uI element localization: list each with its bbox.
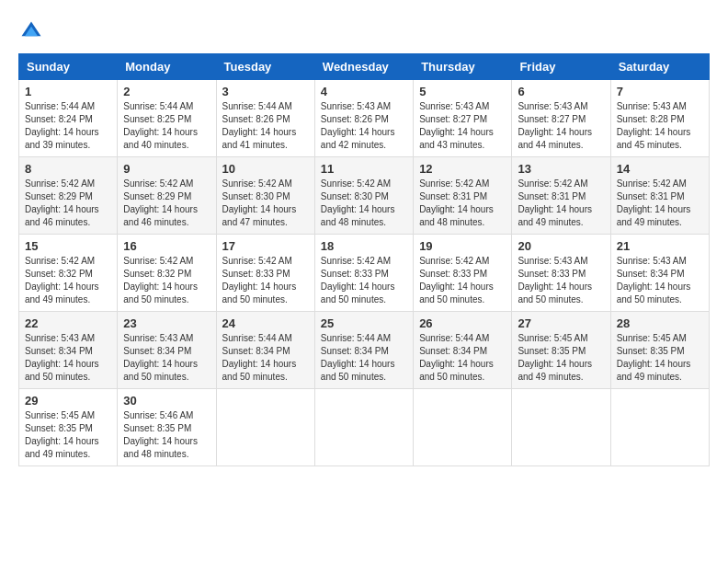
day-info: Sunrise: 5:42 AM Sunset: 8:31 PM Dayligh… bbox=[518, 178, 604, 229]
calendar-cell: 9 Sunrise: 5:42 AM Sunset: 8:29 PM Dayli… bbox=[118, 157, 216, 235]
day-info: Sunrise: 5:42 AM Sunset: 8:32 PM Dayligh… bbox=[25, 255, 111, 306]
day-info: Sunrise: 5:42 AM Sunset: 8:29 PM Dayligh… bbox=[25, 178, 111, 229]
calendar-cell: 11 Sunrise: 5:42 AM Sunset: 8:30 PM Dayl… bbox=[314, 157, 413, 235]
day-info: Sunrise: 5:43 AM Sunset: 8:33 PM Dayligh… bbox=[518, 255, 604, 306]
calendar-cell bbox=[216, 389, 314, 466]
calendar-cell bbox=[314, 389, 413, 466]
day-number: 25 bbox=[321, 316, 407, 330]
day-number: 26 bbox=[419, 316, 506, 330]
calendar-table: SundayMondayTuesdayWednesdayThursdayFrid… bbox=[18, 53, 710, 466]
calendar-cell: 25 Sunrise: 5:44 AM Sunset: 8:34 PM Dayl… bbox=[314, 312, 413, 389]
calendar-week-row: 1 Sunrise: 5:44 AM Sunset: 8:24 PM Dayli… bbox=[19, 80, 710, 157]
calendar-cell: 17 Sunrise: 5:42 AM Sunset: 8:33 PM Dayl… bbox=[216, 235, 314, 312]
day-number: 3 bbox=[222, 85, 309, 98]
day-number: 14 bbox=[617, 162, 703, 176]
day-number: 18 bbox=[321, 239, 407, 253]
day-number: 5 bbox=[419, 85, 506, 98]
calendar-cell: 3 Sunrise: 5:44 AM Sunset: 8:26 PM Dayli… bbox=[216, 80, 314, 157]
calendar-cell: 2 Sunrise: 5:44 AM Sunset: 8:25 PM Dayli… bbox=[118, 80, 216, 157]
page-header bbox=[18, 18, 710, 44]
calendar-cell: 30 Sunrise: 5:46 AM Sunset: 8:35 PM Dayl… bbox=[118, 389, 216, 466]
day-info: Sunrise: 5:42 AM Sunset: 8:33 PM Dayligh… bbox=[419, 255, 506, 306]
day-info: Sunrise: 5:44 AM Sunset: 8:34 PM Dayligh… bbox=[222, 332, 309, 384]
day-number: 20 bbox=[518, 239, 604, 253]
day-number: 8 bbox=[25, 162, 111, 176]
calendar-header-thursday: Thursday bbox=[414, 54, 512, 80]
day-number: 7 bbox=[617, 85, 703, 98]
calendar-cell: 23 Sunrise: 5:43 AM Sunset: 8:34 PM Dayl… bbox=[118, 312, 216, 389]
day-info: Sunrise: 5:44 AM Sunset: 8:26 PM Dayligh… bbox=[222, 100, 309, 152]
calendar-header-wednesday: Wednesday bbox=[314, 54, 413, 80]
day-number: 2 bbox=[123, 85, 210, 98]
calendar-cell: 18 Sunrise: 5:42 AM Sunset: 8:33 PM Dayl… bbox=[314, 235, 413, 312]
day-info: Sunrise: 5:46 AM Sunset: 8:35 PM Dayligh… bbox=[123, 409, 210, 461]
day-info: Sunrise: 5:42 AM Sunset: 8:30 PM Dayligh… bbox=[222, 178, 309, 229]
calendar-week-row: 29 Sunrise: 5:45 AM Sunset: 8:35 PM Dayl… bbox=[19, 389, 710, 466]
day-info: Sunrise: 5:42 AM Sunset: 8:31 PM Dayligh… bbox=[419, 178, 506, 229]
day-number: 16 bbox=[123, 239, 210, 253]
calendar-header-row: SundayMondayTuesdayWednesdayThursdayFrid… bbox=[19, 54, 710, 80]
day-info: Sunrise: 5:43 AM Sunset: 8:34 PM Dayligh… bbox=[25, 332, 111, 384]
calendar-cell: 16 Sunrise: 5:42 AM Sunset: 8:32 PM Dayl… bbox=[118, 235, 216, 312]
calendar-cell: 19 Sunrise: 5:42 AM Sunset: 8:33 PM Dayl… bbox=[414, 235, 512, 312]
logo-icon bbox=[18, 18, 44, 44]
day-info: Sunrise: 5:42 AM Sunset: 8:33 PM Dayligh… bbox=[321, 255, 407, 306]
day-number: 28 bbox=[617, 316, 703, 330]
calendar-week-row: 15 Sunrise: 5:42 AM Sunset: 8:32 PM Dayl… bbox=[19, 235, 710, 312]
calendar-cell: 12 Sunrise: 5:42 AM Sunset: 8:31 PM Dayl… bbox=[414, 157, 512, 235]
day-number: 13 bbox=[518, 162, 604, 176]
day-number: 11 bbox=[321, 162, 407, 176]
day-info: Sunrise: 5:44 AM Sunset: 8:25 PM Dayligh… bbox=[123, 100, 210, 152]
day-info: Sunrise: 5:45 AM Sunset: 8:35 PM Dayligh… bbox=[617, 332, 703, 384]
calendar-cell: 1 Sunrise: 5:44 AM Sunset: 8:24 PM Dayli… bbox=[19, 80, 118, 157]
day-info: Sunrise: 5:44 AM Sunset: 8:34 PM Dayligh… bbox=[321, 332, 407, 384]
day-number: 15 bbox=[25, 239, 111, 253]
calendar-cell bbox=[512, 389, 610, 466]
day-number: 30 bbox=[123, 394, 210, 408]
day-info: Sunrise: 5:45 AM Sunset: 8:35 PM Dayligh… bbox=[518, 332, 604, 384]
calendar-cell: 4 Sunrise: 5:43 AM Sunset: 8:26 PM Dayli… bbox=[314, 80, 413, 157]
calendar-cell: 6 Sunrise: 5:43 AM Sunset: 8:27 PM Dayli… bbox=[512, 80, 610, 157]
day-number: 1 bbox=[25, 85, 111, 98]
day-info: Sunrise: 5:43 AM Sunset: 8:28 PM Dayligh… bbox=[617, 100, 703, 152]
day-number: 24 bbox=[222, 316, 309, 330]
day-number: 29 bbox=[25, 394, 111, 408]
calendar-cell: 13 Sunrise: 5:42 AM Sunset: 8:31 PM Dayl… bbox=[512, 157, 610, 235]
day-number: 27 bbox=[518, 316, 604, 330]
calendar-cell: 14 Sunrise: 5:42 AM Sunset: 8:31 PM Dayl… bbox=[610, 157, 709, 235]
calendar-cell: 20 Sunrise: 5:43 AM Sunset: 8:33 PM Dayl… bbox=[512, 235, 610, 312]
calendar-week-row: 22 Sunrise: 5:43 AM Sunset: 8:34 PM Dayl… bbox=[19, 312, 710, 389]
day-number: 12 bbox=[419, 162, 506, 176]
calendar-cell: 21 Sunrise: 5:43 AM Sunset: 8:34 PM Dayl… bbox=[610, 235, 709, 312]
day-info: Sunrise: 5:44 AM Sunset: 8:24 PM Dayligh… bbox=[25, 100, 111, 152]
calendar-header-monday: Monday bbox=[118, 54, 216, 80]
calendar-cell bbox=[610, 389, 709, 466]
day-info: Sunrise: 5:45 AM Sunset: 8:35 PM Dayligh… bbox=[25, 409, 111, 461]
day-number: 19 bbox=[419, 239, 506, 253]
calendar-header-saturday: Saturday bbox=[610, 54, 709, 80]
calendar-cell: 24 Sunrise: 5:44 AM Sunset: 8:34 PM Dayl… bbox=[216, 312, 314, 389]
day-info: Sunrise: 5:42 AM Sunset: 8:30 PM Dayligh… bbox=[321, 178, 407, 229]
day-info: Sunrise: 5:42 AM Sunset: 8:32 PM Dayligh… bbox=[123, 255, 210, 306]
day-number: 22 bbox=[25, 316, 111, 330]
day-info: Sunrise: 5:42 AM Sunset: 8:31 PM Dayligh… bbox=[617, 178, 703, 229]
calendar-cell bbox=[414, 389, 512, 466]
day-number: 6 bbox=[518, 85, 604, 98]
day-number: 10 bbox=[222, 162, 309, 176]
day-number: 23 bbox=[123, 316, 210, 330]
calendar-cell: 7 Sunrise: 5:43 AM Sunset: 8:28 PM Dayli… bbox=[610, 80, 709, 157]
day-info: Sunrise: 5:44 AM Sunset: 8:34 PM Dayligh… bbox=[419, 332, 506, 384]
calendar-cell: 27 Sunrise: 5:45 AM Sunset: 8:35 PM Dayl… bbox=[512, 312, 610, 389]
calendar-header-tuesday: Tuesday bbox=[216, 54, 314, 80]
day-info: Sunrise: 5:43 AM Sunset: 8:27 PM Dayligh… bbox=[419, 100, 506, 152]
day-number: 21 bbox=[617, 239, 703, 253]
calendar-cell: 29 Sunrise: 5:45 AM Sunset: 8:35 PM Dayl… bbox=[19, 389, 118, 466]
day-number: 17 bbox=[222, 239, 309, 253]
day-info: Sunrise: 5:43 AM Sunset: 8:27 PM Dayligh… bbox=[518, 100, 604, 152]
calendar-cell: 15 Sunrise: 5:42 AM Sunset: 8:32 PM Dayl… bbox=[19, 235, 118, 312]
logo bbox=[18, 18, 48, 44]
calendar-week-row: 8 Sunrise: 5:42 AM Sunset: 8:29 PM Dayli… bbox=[19, 157, 710, 235]
calendar-cell: 22 Sunrise: 5:43 AM Sunset: 8:34 PM Dayl… bbox=[19, 312, 118, 389]
day-info: Sunrise: 5:43 AM Sunset: 8:26 PM Dayligh… bbox=[321, 100, 407, 152]
day-number: 9 bbox=[123, 162, 210, 176]
